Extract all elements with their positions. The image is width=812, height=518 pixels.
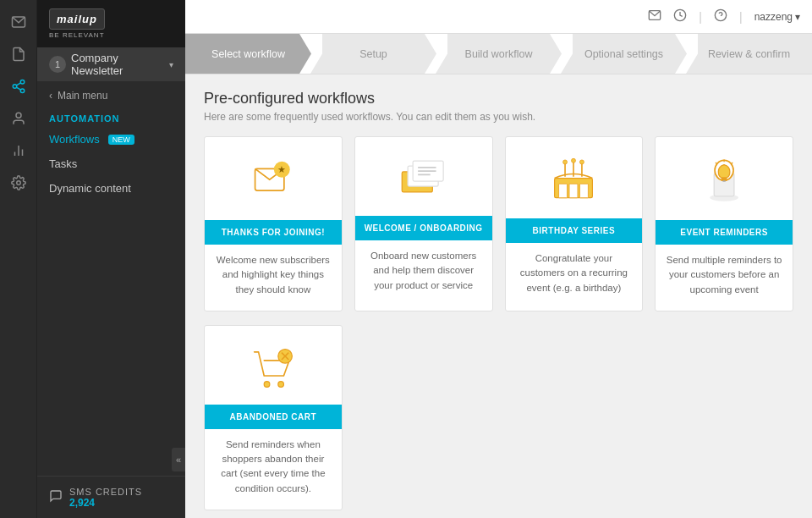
desc-birthday-series: Congratulate your customers on a recurri… bbox=[506, 243, 643, 309]
svg-point-42 bbox=[264, 381, 270, 387]
svg-rect-25 bbox=[559, 184, 568, 198]
desc-abandoned-cart: Send reminders when shoppers abandon the… bbox=[205, 429, 342, 510]
svg-point-3 bbox=[20, 89, 25, 93]
steps-bar: Select workflow Setup Build workflow Opt… bbox=[185, 34, 812, 74]
step-build-workflow[interactable]: Build workflow bbox=[436, 34, 562, 74]
company-dropdown-arrow: ▾ bbox=[169, 60, 173, 69]
preconfigured-cards-grid: ★ THANKS FOR JOINING! Welcome new subscr… bbox=[204, 136, 793, 311]
svg-line-5 bbox=[16, 83, 20, 85]
sms-credits-bar: SMS CREDITS 2,924 bbox=[37, 476, 185, 518]
desc-thanks-for-joining: Welcome new subscribers and highlight ke… bbox=[205, 245, 342, 311]
card-thanks-for-joining[interactable]: ★ THANKS FOR JOINING! Welcome new subscr… bbox=[204, 136, 343, 311]
workflows-badge: NEW bbox=[108, 135, 134, 145]
svg-point-33 bbox=[580, 160, 584, 164]
step-5-label: Review & confirm bbox=[708, 48, 790, 60]
abandoned-cart-row: ABANDONED CART Send reminders when shopp… bbox=[204, 325, 793, 510]
desc-welcome-onboarding: Onboard new customers and help them disc… bbox=[355, 240, 492, 306]
nav-icon-gear[interactable] bbox=[3, 168, 34, 198]
dynamic-content-label: Dynamic content bbox=[49, 182, 131, 195]
automation-section-label: AUTOMATION bbox=[37, 107, 185, 127]
logo-area: mailup BE RELEVANT bbox=[37, 0, 185, 47]
nav-icon-person[interactable] bbox=[3, 103, 34, 134]
card-abandoned-cart[interactable]: ABANDONED CART Send reminders when shopp… bbox=[204, 325, 343, 510]
sidebar: mailup BE RELEVANT 1 Company Newsletter … bbox=[37, 0, 185, 518]
topbar-help-icon[interactable] bbox=[714, 8, 727, 25]
nav-icon-email[interactable] bbox=[3, 7, 34, 37]
sidebar-item-dynamic-content[interactable]: Dynamic content bbox=[37, 176, 185, 201]
sms-info: SMS CREDITS 2,924 bbox=[69, 487, 142, 509]
btn-welcome-onboarding[interactable]: WELCOME / ONBOARDING bbox=[355, 216, 492, 240]
sidebar-item-tasks[interactable]: Tasks bbox=[37, 152, 185, 176]
card-birthday-series[interactable]: BIRTHDAY SERIES Congratulate your custom… bbox=[505, 136, 644, 311]
sms-label: SMS CREDITS bbox=[69, 487, 142, 497]
svg-line-40 bbox=[716, 163, 717, 164]
company-selector[interactable]: 1 Company Newsletter ▾ bbox=[37, 47, 185, 81]
tasks-label: Tasks bbox=[49, 157, 77, 170]
sms-icon bbox=[49, 489, 63, 506]
card-icon-cart bbox=[205, 326, 342, 405]
svg-line-41 bbox=[731, 163, 732, 164]
main-menu-link[interactable]: ‹ Main menu bbox=[37, 81, 185, 107]
topbar-divider: | bbox=[699, 10, 702, 24]
step-4-label: Optional settings bbox=[584, 48, 663, 60]
btn-thanks-for-joining[interactable]: THANKS FOR JOINING! bbox=[205, 220, 342, 245]
company-name: Company Newsletter bbox=[71, 52, 164, 77]
svg-point-2 bbox=[13, 85, 17, 89]
main-menu-label: Main menu bbox=[58, 90, 107, 102]
svg-text:★: ★ bbox=[277, 164, 286, 174]
card-icon-welcome bbox=[355, 137, 492, 216]
svg-line-4 bbox=[16, 87, 20, 90]
workflows-label: Workflows bbox=[49, 133, 100, 146]
step-setup[interactable]: Setup bbox=[310, 34, 436, 74]
topbar-username: nazzeng bbox=[754, 11, 793, 23]
topbar-email-icon[interactable] bbox=[648, 8, 661, 25]
btn-event-reminders[interactable]: EVENT REMINDERS bbox=[656, 220, 793, 245]
right-side: | | nazzeng ▾ Select workflow Setup Buil… bbox=[185, 0, 812, 518]
card-icon-thanks: ★ bbox=[205, 137, 342, 220]
nav-icon-file[interactable] bbox=[3, 39, 34, 69]
step-select-workflow[interactable]: Select workflow bbox=[185, 34, 311, 74]
company-number: 1 bbox=[49, 56, 66, 73]
back-arrow-icon: ‹ bbox=[49, 90, 52, 102]
step-optional-settings[interactable]: Optional settings bbox=[561, 34, 687, 74]
btn-birthday-series[interactable]: BIRTHDAY SERIES bbox=[506, 218, 643, 243]
logo: mailup bbox=[49, 8, 105, 30]
card-icon-event bbox=[656, 137, 793, 220]
svg-point-10 bbox=[16, 181, 20, 185]
collapse-sidebar-button[interactable]: « bbox=[172, 448, 185, 471]
svg-point-32 bbox=[572, 158, 576, 163]
svg-rect-27 bbox=[580, 184, 589, 198]
svg-point-6 bbox=[16, 113, 21, 118]
page-content: Pre-configured workflows Here are some f… bbox=[185, 74, 812, 518]
nav-icon-chart[interactable] bbox=[3, 135, 34, 166]
step-1-label: Select workflow bbox=[211, 48, 285, 60]
step-3-label: Build workflow bbox=[465, 48, 533, 60]
card-icon-birthday bbox=[506, 137, 643, 218]
step-2-label: Setup bbox=[359, 48, 387, 60]
topbar-user-arrow: ▾ bbox=[795, 11, 800, 23]
card-event-reminders[interactable]: EVENT REMINDERS Send multiple reminders … bbox=[655, 136, 793, 311]
svg-point-43 bbox=[278, 381, 284, 387]
step-review-confirm[interactable]: Review & confirm bbox=[686, 34, 812, 74]
topbar: | | nazzeng ▾ bbox=[185, 0, 812, 34]
nav-icon-routes[interactable] bbox=[3, 71, 34, 102]
desc-event-reminders: Send multiple reminders to your customer… bbox=[656, 245, 793, 311]
svg-point-1 bbox=[20, 80, 25, 85]
topbar-clock-icon[interactable] bbox=[673, 8, 687, 25]
topbar-user[interactable]: nazzeng ▾ bbox=[754, 11, 800, 23]
card-welcome-onboarding[interactable]: WELCOME / ONBOARDING Onboard new custome… bbox=[354, 136, 493, 311]
app-layout: mailup BE RELEVANT 1 Company Newsletter … bbox=[0, 0, 812, 518]
sidebar-item-workflows[interactable]: Workflows NEW bbox=[37, 127, 185, 152]
sms-count: 2,924 bbox=[69, 497, 142, 509]
icon-strip bbox=[0, 0, 37, 518]
topbar-divider2: | bbox=[739, 10, 743, 24]
preconfigured-subtitle: Here are some frequently used workflows.… bbox=[204, 111, 793, 123]
preconfigured-title: Pre-configured workflows bbox=[204, 90, 793, 107]
logo-tagline: BE RELEVANT bbox=[49, 31, 105, 39]
svg-point-31 bbox=[563, 160, 568, 164]
svg-rect-26 bbox=[569, 184, 578, 198]
nav-section: ‹ Main menu AUTOMATION Workflows NEW Tas… bbox=[37, 81, 185, 476]
btn-abandoned-cart[interactable]: ABANDONED CART bbox=[205, 405, 342, 429]
